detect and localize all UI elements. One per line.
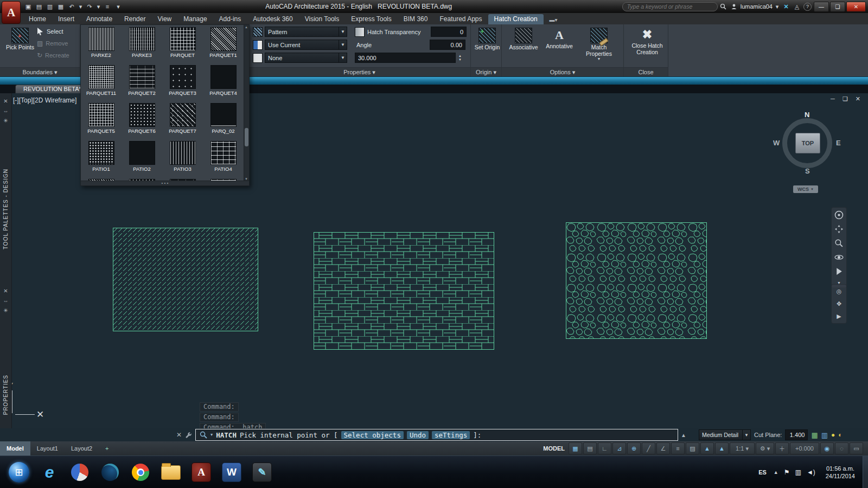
compass-east[interactable]: E	[836, 139, 841, 147]
hatch-pattern-item[interactable]: PARQUET7	[162, 101, 203, 139]
set-origin-button[interactable]: + Set Origin	[471, 25, 503, 51]
associative-button[interactable]: Associative	[505, 25, 542, 51]
model-tab[interactable]: Model	[0, 441, 30, 455]
annotation-monitor-icon[interactable]: ＋	[775, 442, 789, 454]
polar-tracking-icon[interactable]: ⊿	[612, 442, 626, 454]
hatch-pattern-item[interactable]: PARQUET11	[81, 63, 122, 101]
boundaries-panel-label[interactable]: Boundaries ▾	[0, 67, 80, 76]
viewport-restore-icon[interactable]: ❏	[843, 95, 848, 102]
drawing-file-tab[interactable]: REVOLUTION BETA*	[15, 85, 90, 94]
app-icon-media-player[interactable]	[68, 461, 91, 484]
undo-icon[interactable]: ↶	[67, 2, 76, 11]
app-icon-internet-explorer[interactable]: e	[38, 461, 61, 484]
signed-in-username[interactable]: lumamica04	[741, 3, 773, 10]
tool-palettes-close-icon[interactable]: ✕	[2, 97, 10, 105]
pick-points-button[interactable]: + Pick Points	[3, 25, 37, 51]
compass-west[interactable]: W	[773, 139, 780, 147]
hatch-pattern-item[interactable]: PARQ_02	[203, 101, 244, 139]
ortho-mode-icon[interactable]: ∟	[598, 442, 611, 454]
properties-autohide-icon[interactable]: ⇔	[2, 297, 10, 305]
tool-palettes-autohide-icon[interactable]: ⇔	[2, 107, 10, 115]
background-color-dropdown[interactable]: None ▼	[265, 53, 347, 63]
hatch-pattern-item[interactable]: PATIO1	[81, 139, 122, 177]
properties-settings-icon[interactable]: ✳	[2, 306, 10, 314]
view-cube-top-face[interactable]: TOP	[795, 133, 820, 153]
annotation-scale-dropdown[interactable]: 1:1 ▾	[730, 442, 755, 454]
tool-palettes-title[interactable]: TOOL PALETTES - DESIGN	[3, 169, 9, 249]
command-history-expand-icon[interactable]: ▲	[681, 432, 686, 438]
restore-button[interactable]: ❏	[830, 2, 845, 12]
hatch-region-parquet[interactable]	[113, 228, 258, 331]
hatch-pattern-item[interactable]: PATIO4	[203, 139, 244, 177]
origin-panel-label[interactable]: Origin ▾	[471, 67, 501, 76]
hatch-pattern-item[interactable]: PARQUET4	[203, 63, 244, 101]
keep-connected-icon[interactable]: ◬	[793, 2, 801, 11]
language-indicator[interactable]: ES	[758, 469, 767, 476]
play-motion-icon[interactable]: ▶	[837, 313, 841, 320]
command-search-icon[interactable]	[200, 431, 207, 439]
tab-add-ins[interactable]: Add-ins	[213, 14, 247, 24]
properties-panel-label[interactable]: Properties ▾	[248, 67, 470, 76]
annotation-autoscale-icon[interactable]: ▲	[715, 442, 729, 454]
volume-icon[interactable]: ◄)	[807, 468, 815, 476]
ribbon-display-toggle-icon[interactable]: ▬▾	[544, 16, 564, 24]
network-icon[interactable]: ▥	[795, 468, 801, 476]
cutplane-grid-icon[interactable]: ▦	[811, 431, 818, 439]
close-button[interactable]: ✕	[846, 2, 866, 12]
viewport-close-icon[interactable]: ✕	[856, 95, 860, 102]
tab-featured-apps[interactable]: Featured Apps	[433, 14, 488, 24]
gallery-scrollbar[interactable]: ▲ ▼	[244, 25, 249, 181]
sun-status-icon[interactable]: ◐	[838, 431, 842, 439]
exchange-apps-icon[interactable]: ✕	[782, 2, 790, 11]
hatch-type-dropdown[interactable]: Pattern ▼	[265, 27, 347, 37]
redo-dropdown-icon[interactable]: ▾	[96, 2, 101, 11]
compass-south[interactable]: S	[805, 167, 810, 175]
viewport-controls[interactable]: [-][Top][2D Wireframe]	[13, 97, 76, 104]
zoom-icon[interactable]	[834, 239, 844, 248]
app-icon-chrome[interactable]	[129, 461, 152, 484]
hatch-pattern-item[interactable]: PARKE2	[81, 25, 122, 63]
gallery-resize-handle[interactable]: • • •	[81, 181, 249, 185]
object-snap-icon[interactable]: ⊕	[627, 442, 641, 454]
steeringwheel-icon[interactable]: ◎	[837, 288, 842, 295]
hatch-color-dropdown[interactable]: Use Current ▼	[265, 40, 347, 50]
gallery-scrollbar-thumb[interactable]	[245, 128, 248, 146]
tab-autodesk-360[interactable]: Autodesk 360	[247, 14, 298, 24]
angle-value-field[interactable]: 0.00	[430, 40, 465, 50]
show-hidden-icons-button[interactable]: ▲	[774, 470, 778, 475]
snap-mode-icon[interactable]: ▤	[583, 442, 597, 454]
layout2-tab[interactable]: Layout2	[65, 441, 99, 455]
hatch-pattern-item[interactable]: PARQUET	[162, 25, 203, 63]
save-icon[interactable]: ▥	[46, 2, 54, 11]
command-window-close-icon[interactable]: ✕	[176, 431, 182, 439]
hatch-pattern-item[interactable]: PATIO3	[162, 139, 203, 177]
application-menu-button[interactable]: A	[2, 1, 21, 24]
search-icon[interactable]	[719, 2, 727, 11]
infocenter-search-input[interactable]	[622, 2, 718, 11]
command-input[interactable]: ▼ HATCH Pick internal point or [ Select …	[195, 429, 678, 441]
taskbar-clock[interactable]: 01:56 a.m. 24/11/2014	[826, 465, 855, 480]
app-icon-word[interactable]: W	[220, 461, 243, 484]
annotation-visibility-icon[interactable]: ▲	[700, 442, 714, 454]
tab-view[interactable]: View	[151, 14, 177, 24]
lighting-bulb-icon[interactable]: ●	[831, 431, 835, 439]
redo-icon[interactable]: ↷	[85, 2, 94, 11]
lineweight-icon[interactable]: ≡	[671, 442, 685, 454]
transparency-toggle-icon[interactable]: ▨	[686, 442, 699, 454]
compass-north[interactable]: N	[805, 111, 809, 119]
view-cube[interactable]: N W E S TOP	[781, 117, 833, 169]
scale-stepper[interactable]: ▲▼	[458, 54, 462, 62]
object-snap-tracking-icon[interactable]: ╱	[642, 442, 655, 454]
hatch-scale-field[interactable]: 30.000	[355, 53, 456, 63]
annotative-button[interactable]: A Annotative	[541, 25, 578, 50]
wcs-menu[interactable]: WCS▼	[793, 185, 818, 193]
select-boundary-button[interactable]: Select	[35, 25, 79, 37]
graphics-performance-icon[interactable]: ◉	[820, 442, 834, 454]
grid-display-icon[interactable]: ▦	[569, 442, 582, 454]
hatch-region-gravel[interactable]	[566, 222, 707, 339]
help-icon[interactable]: ?	[803, 3, 812, 11]
new-layout-button[interactable]: +	[99, 441, 115, 455]
show-desktop-button[interactable]	[863, 456, 868, 488]
close-hatch-creation-button[interactable]: ✖ Close Hatch Creation	[628, 25, 666, 55]
full-navigation-wheel-icon[interactable]	[834, 210, 844, 220]
